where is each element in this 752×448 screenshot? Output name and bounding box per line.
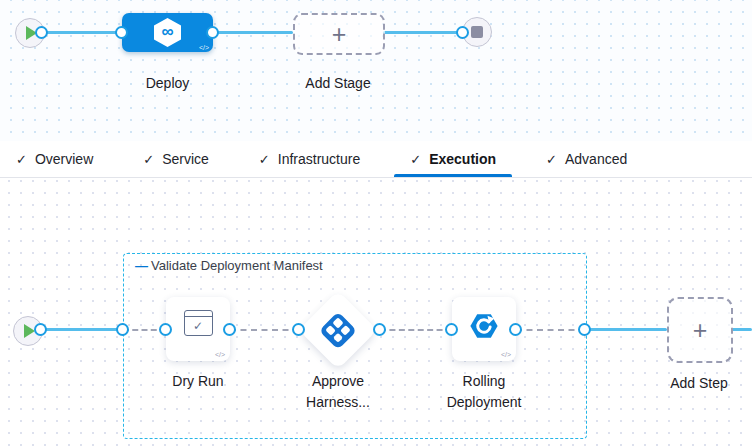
approval-icon-cell [333, 332, 344, 343]
check-icon: ✓ [410, 152, 421, 167]
step-label-rolling: Rolling Deployment [434, 371, 534, 413]
tab-infrastructure[interactable]: ✓ Infrastructure [243, 141, 376, 177]
plus-icon: + [693, 318, 708, 343]
add-stage-label: Add Stage [293, 73, 383, 94]
link-port [373, 323, 386, 336]
collapse-group-icon[interactable]: — [135, 258, 148, 273]
stage-config-tabs: ✓ Overview ✓ Service ✓ Infrastructure ✓ … [0, 141, 752, 178]
stage-node-deploy[interactable]: ∞ </> [122, 13, 213, 52]
infinity-glyph: ∞ [161, 22, 173, 42]
tab-service[interactable]: ✓ Service [127, 141, 225, 177]
dashed-connector-line [230, 329, 299, 331]
approval-icon [319, 311, 357, 349]
link-port [509, 323, 522, 336]
link-port [116, 323, 129, 336]
tab-advanced[interactable]: ✓ Advanced [530, 141, 643, 177]
step-node-rolling-deployment[interactable]: </> [452, 297, 516, 361]
dashed-connector-line [516, 329, 585, 331]
add-step-label: Add Step [663, 373, 735, 394]
step-group-header: — Validate Deployment Manifest [135, 258, 323, 273]
link-port [115, 26, 128, 39]
dashed-connector-line [380, 329, 452, 331]
stage-label-deploy: Deploy [122, 73, 213, 94]
approval-icon-cell [325, 325, 336, 336]
execution-step-canvas: — Validate Deployment Manifest ✓ </> Dry… [0, 178, 752, 448]
check-icon: ✓ [143, 152, 154, 167]
step-group-title: Validate Deployment Manifest [151, 258, 323, 273]
tab-label: Advanced [565, 151, 627, 167]
connector-line [213, 31, 293, 34]
tab-execution[interactable]: ✓ Execution [394, 141, 512, 177]
step-label-dry-run: Dry Run [158, 371, 238, 392]
yaml-code-badge: </> [199, 44, 209, 51]
dry-run-icon-check: ✓ [185, 317, 212, 335]
tab-overview[interactable]: ✓ Overview [0, 141, 109, 177]
tab-label: Execution [429, 151, 496, 167]
connector-line [41, 328, 123, 331]
tab-label: Infrastructure [278, 151, 360, 167]
link-port [35, 26, 48, 39]
link-port [292, 323, 305, 336]
stage-pipeline-canvas: ∞ </> Deploy + Add Stage [0, 0, 752, 141]
link-port [456, 26, 469, 39]
approval-icon-cell [340, 325, 351, 336]
link-port [578, 323, 591, 336]
check-icon: ✓ [259, 152, 270, 167]
stop-icon [471, 26, 483, 38]
connector-line [383, 31, 458, 34]
step-label-approve-line2: Harness... [296, 392, 380, 413]
tab-label: Overview [35, 151, 93, 167]
check-icon: ✓ [546, 152, 557, 167]
link-port [206, 26, 219, 39]
yaml-code-badge: </> [501, 351, 511, 358]
rolling-deployment-icon [468, 310, 500, 342]
active-tab-underline [394, 174, 512, 177]
dry-run-icon: ✓ [184, 310, 213, 336]
yaml-code-badge: </> [215, 351, 225, 358]
link-port [34, 323, 47, 336]
link-port [223, 323, 236, 336]
connector-line [585, 328, 667, 331]
connector-line [731, 328, 752, 331]
add-stage-button[interactable]: + [293, 13, 385, 55]
link-port [445, 323, 458, 336]
approval-icon-cell [333, 317, 344, 328]
harness-cd-icon: ∞ [154, 18, 181, 47]
connector-line [45, 31, 122, 34]
step-label-approve: Approve Harness... [296, 371, 380, 413]
tab-label: Service [162, 151, 209, 167]
step-node-dry-run[interactable]: ✓ </> [166, 297, 230, 361]
check-icon: ✓ [16, 152, 27, 167]
step-label-rolling-line1: Rolling [434, 371, 534, 392]
plus-icon: + [332, 22, 347, 47]
step-label-approve-line1: Approve [296, 371, 380, 392]
add-step-button[interactable]: + [667, 297, 733, 363]
link-port [159, 323, 172, 336]
step-label-rolling-line2: Deployment [434, 392, 534, 413]
